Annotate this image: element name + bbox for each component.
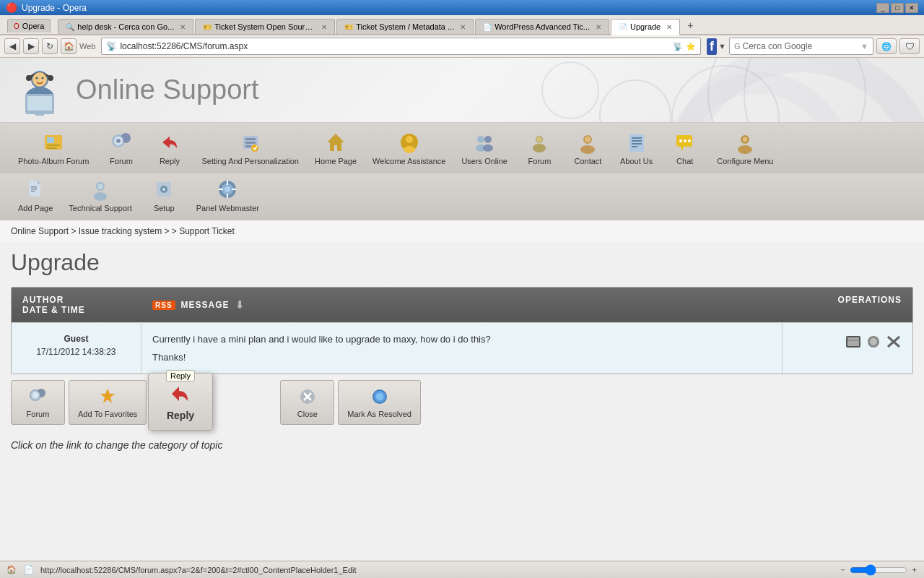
site-title: Online Support — [76, 74, 259, 105]
tab-wordpress[interactable]: 📄 WordPress Advanced Tic... ✕ — [475, 19, 609, 34]
tab-bar: O Opera 🔍 help desk - Cerca con Go... ✕ … — [0, 15, 924, 35]
nav-photo-album[interactable]: Photo-Album Forum — [11, 126, 96, 170]
panel-icon — [216, 178, 239, 201]
reply-popup-label: Reply — [167, 410, 194, 421]
nav-photo-album-label: Photo-Album Forum — [18, 157, 89, 165]
translate-button[interactable]: 🌐 — [876, 38, 897, 54]
table-row: Guest 17/11/2012 14:38:23 Currently i ha… — [12, 322, 912, 374]
breadcrumb-home[interactable]: Online Support — [11, 226, 69, 236]
nav-tech-support-label: Technical Support — [69, 204, 131, 212]
tab-ticket-open[interactable]: 🎫 Ticket System Open Source ... ✕ — [195, 19, 335, 34]
close-btn-icon — [297, 387, 318, 407]
configure-icon — [733, 131, 757, 154]
tab-close-1[interactable]: ✕ — [321, 23, 327, 31]
nav-assistance[interactable]: Welcome Assistance — [365, 126, 453, 170]
zoom-slider[interactable] — [850, 564, 907, 576]
nav-settings[interactable]: Setting And Personalization — [194, 126, 306, 170]
svg-rect-40 — [632, 140, 642, 142]
svg-rect-4 — [35, 114, 44, 116]
tab-upgrade[interactable]: 📄 Upgrade ✕ — [611, 19, 680, 35]
cell-operations — [783, 323, 912, 374]
settings-icon — [239, 131, 262, 154]
forum-btn-icon — [28, 387, 48, 407]
svg-point-79 — [32, 392, 38, 398]
zoom-control[interactable]: － ＋ — [839, 564, 918, 576]
nav-setup-label: Setup — [154, 204, 175, 212]
forward-button[interactable]: ▶ — [23, 38, 39, 54]
window-title: Upgrade - Opera — [22, 3, 87, 13]
nav-home[interactable]: Home Page — [308, 126, 364, 170]
op-delete-icon[interactable] — [886, 334, 902, 350]
svg-point-9 — [42, 77, 44, 79]
svg-point-27 — [404, 146, 415, 153]
forum-btn-label: Forum — [27, 410, 50, 418]
nav-panel[interactable]: Panel Webmaster — [189, 173, 266, 217]
tab-close-0[interactable]: ✕ — [180, 23, 186, 31]
svg-rect-13 — [47, 147, 57, 149]
mark-resolved-button[interactable]: Mark As Resolved — [338, 380, 421, 425]
op-edit-icon[interactable] — [845, 334, 861, 350]
tab-close-2[interactable]: ✕ — [460, 23, 466, 31]
tab-ticket-meta[interactable]: 🎫 Ticket System / Metadata ... ✕ — [336, 19, 474, 34]
favorites-btn-icon — [97, 387, 118, 407]
nav-about[interactable]: About Us — [613, 126, 660, 170]
status-home-icon: 🏠 — [6, 564, 17, 576]
op-flag-icon[interactable] — [866, 334, 881, 350]
cell-message: Currently i have a mini plan and i would… — [141, 323, 783, 374]
close-button[interactable]: Close — [280, 380, 334, 425]
breadcrumb-current: Support Ticket — [179, 226, 235, 236]
svg-rect-55 — [31, 191, 35, 192]
search-bar[interactable]: G Cerca con Google ▼ — [729, 38, 873, 55]
page-title: Upgrade — [0, 242, 924, 287]
breadcrumb-issue[interactable]: Issue tracking system — [79, 226, 162, 236]
back-button[interactable]: ◀ — [4, 38, 20, 54]
nav-users-label: Users Online — [461, 157, 507, 165]
svg-rect-21 — [245, 142, 256, 144]
chat-icon — [674, 131, 697, 154]
nav-tech-support[interactable]: Technical Support — [61, 173, 139, 217]
header-message: RSS MESSAGE ⬇ — [141, 288, 783, 322]
nav-contact[interactable]: Contact — [565, 126, 611, 170]
favorites-button[interactable]: Add To Favorites — [69, 380, 147, 425]
photo-album-icon — [42, 131, 65, 154]
svg-point-8 — [36, 77, 38, 79]
bottom-text: Click on the link to change the category… — [0, 428, 924, 462]
nav-forum[interactable]: Forum — [97, 126, 144, 170]
svg-point-31 — [483, 144, 493, 152]
address-bar[interactable]: 📡 localhost:52286/CMS/forum.aspx 📡 ⭐ — [101, 38, 701, 55]
tab-helpdesk[interactable]: 🔍 help desk - Cerca con Go... ✕ — [58, 19, 193, 34]
svg-marker-24 — [327, 134, 344, 151]
status-url: http://localhost:52286/CMS/forum.aspx?a=… — [40, 566, 833, 574]
svg-point-58 — [97, 184, 103, 189]
forum-button[interactable]: Forum — [11, 380, 65, 425]
svg-point-26 — [406, 136, 413, 143]
nav-chat[interactable]: Chat — [661, 126, 708, 170]
tab-close-3[interactable]: ✕ — [596, 23, 601, 31]
mark-resolved-btn-label: Mark As Resolved — [347, 410, 411, 418]
reply-popup: Reply Reply — [148, 373, 213, 431]
svg-point-45 — [679, 139, 682, 142]
close-button[interactable]: ✕ — [905, 3, 918, 13]
svg-point-57 — [94, 192, 107, 201]
nav-users[interactable]: Users Online — [454, 126, 515, 170]
nav-add-page[interactable]: Add Page — [11, 173, 60, 217]
tab-opera[interactable]: O Opera — [7, 19, 51, 33]
svg-rect-54 — [31, 189, 37, 190]
nav-configure[interactable]: Configure Menu — [710, 126, 780, 170]
reload-button[interactable]: ↻ — [42, 38, 58, 54]
minimize-button[interactable]: _ — [876, 3, 889, 13]
message-line1: Currently i have a mini plan and i would… — [152, 334, 771, 345]
tab-close-4[interactable]: ✕ — [666, 23, 672, 31]
new-tab-button[interactable]: + — [681, 17, 699, 34]
author-name: Guest — [22, 334, 130, 344]
url-display: localhost:52286/CMS/forum.aspx — [120, 41, 670, 51]
nav-setup[interactable]: Setup — [141, 173, 188, 217]
nav-reply[interactable]: Reply — [146, 126, 193, 170]
home-nav-button[interactable]: 🏠 — [61, 38, 77, 54]
adblock-button[interactable]: 🛡 — [899, 38, 920, 54]
maximize-button[interactable]: □ — [891, 3, 904, 13]
nav-panel-label: Panel Webmaster — [196, 204, 259, 212]
status-page-icon: 📄 — [23, 564, 35, 576]
nav-forum2[interactable]: Forum — [516, 126, 563, 170]
about-icon — [625, 131, 648, 154]
